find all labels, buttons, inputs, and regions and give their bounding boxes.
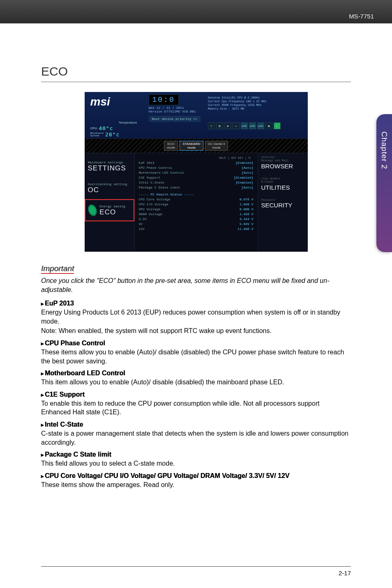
nav-security[interactable]: Password SECURITY bbox=[261, 198, 304, 209]
health-value: 5.045 V bbox=[240, 222, 254, 227]
nav-column: Mainboard settings SETTINGS Overclocking… bbox=[85, 153, 135, 252]
tab-eco[interactable]: ECO mode bbox=[164, 141, 178, 151]
item-text: To enable this item to reduce the CPU po… bbox=[41, 399, 351, 417]
bios-header: msi Temperature CPU 40°c Mainboard Syste… bbox=[85, 92, 308, 138]
leaf-icon bbox=[86, 203, 99, 218]
item-heading: Package C State limit bbox=[41, 451, 351, 458]
info-cpu: Genuine Intel(R) CPU @ 2.20GHz bbox=[208, 96, 281, 100]
header-strip bbox=[0, 0, 392, 23]
health-row: 3.3V3.344 V bbox=[139, 217, 254, 222]
bios-screenshot: × F12 msi Temperature CPU 40°c Mainboard… bbox=[85, 92, 308, 252]
setting-row[interactable]: CPU Phase Control[Auto] bbox=[139, 165, 254, 170]
info-dramfreq: Current DRAM Frequency 1333 MHz bbox=[208, 103, 281, 107]
nav-oc-label: OC bbox=[88, 186, 131, 194]
health-value: 1.040 V bbox=[240, 202, 254, 207]
health-row: GPU Voltage0.000 V bbox=[139, 207, 254, 212]
item-heading: C1E Support bbox=[41, 391, 351, 398]
monitor-icon[interactable]: ▢ bbox=[208, 122, 215, 129]
info-mem: Memory Size : 3072 MB bbox=[208, 107, 281, 111]
setting-key: C1E Support bbox=[139, 175, 161, 180]
setting-row[interactable]: C1E Support[Disabled] bbox=[139, 175, 254, 180]
item-text: C-state is a power management state that… bbox=[41, 429, 351, 447]
setting-row[interactable]: Package C State limit[Auto] bbox=[139, 185, 254, 190]
item-text: These items show the amperages. Read onl… bbox=[41, 480, 351, 489]
utilities-sub: Live Update M-Flash bbox=[261, 177, 304, 184]
expand-icon[interactable]: ⤢ bbox=[274, 122, 281, 129]
important-heading: Important bbox=[41, 264, 74, 274]
hdd-icon[interactable]: ▤ bbox=[216, 122, 223, 129]
important-note: Once you click the "ECO" button in the p… bbox=[41, 276, 351, 294]
help-header: HELP | HOT KEY | ⟲ bbox=[139, 156, 254, 161]
page-content: ECO × F12 msi Temperature CPU 40°c Mainb… bbox=[0, 23, 392, 489]
page-title: ECO bbox=[41, 64, 351, 82]
health-row: DRAM Voltage1.456 V bbox=[139, 212, 254, 217]
folder-icon[interactable]: ▭ bbox=[233, 122, 240, 129]
page-header: MS-7751 bbox=[0, 0, 392, 23]
nav-eco-label: ECO bbox=[99, 208, 125, 216]
mainboard-temp: 28°c bbox=[105, 131, 120, 138]
boot-priority-button[interactable]: Boot device priority >> bbox=[149, 116, 201, 122]
mainboard-label: Mainboard System bbox=[90, 132, 104, 137]
nav-settings-sub: Mainboard settings bbox=[88, 161, 123, 164]
nav-eco[interactable]: Energy saving ECO bbox=[85, 199, 134, 221]
health-key: 5V bbox=[139, 222, 143, 227]
nav-settings[interactable]: Mainboard settings SETTINGS bbox=[85, 156, 134, 177]
browser-sub: Internet Message and Mail bbox=[261, 156, 304, 163]
health-header: ----- PC Health Status ----- bbox=[139, 193, 254, 196]
usb-icon[interactable]: usb bbox=[241, 122, 248, 129]
setting-row[interactable]: Intel C-State[Enabled] bbox=[139, 180, 254, 185]
setting-key: Package C State limit bbox=[139, 185, 180, 190]
setting-key: Intel C-State bbox=[139, 180, 164, 185]
health-key: DRAM Voltage bbox=[139, 212, 163, 217]
setting-value: [Disabled] bbox=[233, 175, 253, 180]
health-row: CPU I/O Voltage1.040 V bbox=[139, 202, 254, 207]
item-text: This field allows you to select a C-stat… bbox=[41, 459, 351, 468]
health-row: 5V5.045 V bbox=[139, 222, 254, 227]
item-heading: CPU Phase Control bbox=[41, 340, 351, 347]
chapter-label: Chapter 2 bbox=[380, 131, 389, 169]
item-heading: Motherboard LED Control bbox=[41, 370, 351, 377]
nav-oc[interactable]: Overclocking setting OC bbox=[85, 177, 134, 199]
nav-utilities[interactable]: Live Update M-Flash UTILITIES bbox=[261, 177, 304, 191]
page-number: 2-17 bbox=[339, 570, 351, 577]
item-text: Energy Using Products Lot 6 2013 (EUP) r… bbox=[41, 308, 351, 326]
health-key: 12V bbox=[139, 227, 145, 232]
nav-eco-sub: Energy saving bbox=[99, 204, 125, 208]
setting-value: [Enabled] bbox=[235, 180, 253, 185]
usb-icon[interactable]: usb bbox=[257, 122, 264, 129]
bios-version: Version E7751IMS V10.0B1 bbox=[149, 110, 201, 113]
utilities-label: UTILITIES bbox=[261, 184, 304, 191]
usb-icon[interactable]: usb bbox=[249, 122, 256, 129]
health-key: CPU Core Voltage bbox=[139, 197, 171, 202]
item-heading: CPU Core Voltage/ CPU I/O Voltage/ GPU V… bbox=[41, 472, 351, 480]
setting-key: EuP 2013 bbox=[139, 161, 154, 165]
item-heading: EuP 2013 bbox=[41, 300, 351, 307]
disc-icon[interactable]: ◉ bbox=[224, 122, 231, 129]
chapter-tab: Chapter 2 bbox=[376, 114, 392, 252]
health-row: 12V11.880 V bbox=[139, 227, 254, 232]
item-text: Note: When enabled, the system will not … bbox=[41, 326, 351, 335]
setting-key: Motherboard LED Control bbox=[139, 170, 184, 175]
tab-ocgenie[interactable]: OC Genie II mode bbox=[205, 141, 228, 151]
health-value: 3.344 V bbox=[240, 217, 254, 222]
nav-browser[interactable]: Internet Message and Mail BROWSER bbox=[261, 156, 304, 170]
health-key: GPU Voltage bbox=[139, 207, 161, 212]
setting-value: [Auto] bbox=[242, 165, 254, 170]
model-number: MS-7751 bbox=[349, 13, 374, 20]
security-sub: Password bbox=[261, 198, 304, 202]
cpu-label: CPU bbox=[90, 126, 97, 130]
msi-logo: msi bbox=[89, 94, 137, 108]
uefi-icon[interactable]: ▦ bbox=[265, 122, 272, 129]
setting-key: CPU Phase Control bbox=[139, 165, 173, 170]
health-key: CPU I/O Voltage bbox=[139, 202, 168, 207]
settings-panel: HELP | HOT KEY | ⟲ EuP 2013[Enabled]CPU … bbox=[135, 153, 258, 252]
setting-row[interactable]: EuP 2013[Enabled] bbox=[139, 161, 254, 165]
tab-standard[interactable]: STANDARD mode bbox=[180, 141, 203, 151]
setting-row[interactable]: Motherboard LED Control[Auto] bbox=[139, 170, 254, 175]
health-value: 11.880 V bbox=[238, 227, 253, 232]
health-row: CPU Core Voltage0.976 V bbox=[139, 197, 254, 202]
security-label: SECURITY bbox=[261, 202, 304, 209]
nav-oc-sub: Overclocking setting bbox=[88, 182, 127, 186]
cpu-temp: 40°c bbox=[99, 125, 113, 131]
setting-value: [Auto] bbox=[242, 185, 254, 190]
